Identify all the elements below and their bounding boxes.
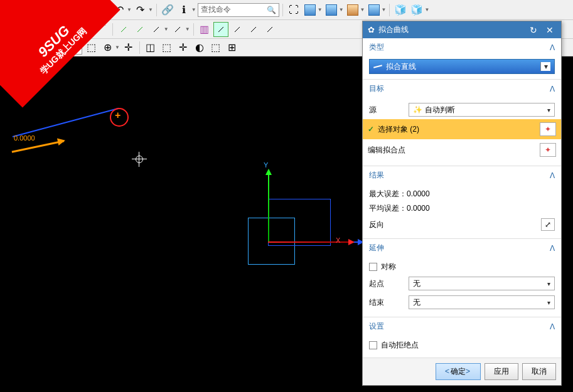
redo-button[interactable]: ↷ [133, 3, 148, 18]
section-header-extend[interactable]: 延伸 ᐱ [363, 239, 561, 257]
info-button[interactable]: ℹ [176, 3, 191, 18]
dropdown-arrow-icon[interactable]: ▼ [191, 7, 196, 13]
dropdown-arrow-icon[interactable]: ▼ [164, 26, 169, 32]
dropdown-arrow-icon[interactable]: ▼ [339, 7, 344, 13]
fit-curve-tool[interactable]: ⟋ [213, 22, 228, 37]
dropdown-arrow-icon: ▾ [540, 62, 550, 71]
section-header-target[interactable]: 目标 ᐱ [363, 80, 561, 98]
auto-reject-checkbox-row[interactable]: 自动拒绝点 [369, 338, 555, 352]
dimension-value: 0.0000 [14, 134, 35, 142]
sel-btn-4[interactable]: ◫ [143, 40, 158, 55]
crosshair-circle-icon [136, 156, 143, 163]
symmetric-checkbox-row[interactable]: 对称 [369, 260, 555, 274]
source-label: 源 [369, 105, 404, 115]
separator [282, 4, 283, 16]
command-search-input[interactable]: 查找命令 🔍 [198, 3, 279, 17]
ok-button[interactable]: <确定> [436, 363, 481, 380]
sel-btn-9[interactable]: ⊞ [225, 40, 240, 55]
max-error-row: 最大误差：0.0000 [369, 187, 555, 201]
sel-btn-2[interactable]: ⊕ [100, 40, 115, 55]
start-select[interactable]: 无 ▾ [409, 277, 555, 290]
section-label: 目标 [369, 83, 384, 94]
chevron-up-icon: ᐱ [550, 244, 555, 253]
dropdown-arrow-icon[interactable]: ▼ [360, 7, 365, 13]
end-value: 无 [413, 297, 420, 308]
assembly2-button[interactable]: 🧊 [409, 3, 424, 18]
curve-tool-1[interactable]: ⟋ [116, 22, 131, 37]
sel-btn-7[interactable]: ◐ [192, 40, 207, 55]
symmetric-label: 对称 [381, 262, 396, 272]
section-label: 类型 [369, 42, 384, 53]
dropdown-arrow-icon[interactable]: ▼ [318, 7, 323, 13]
sel-btn-5[interactable]: ⬚ [159, 40, 174, 55]
wand-icon: ✨ [413, 105, 422, 114]
target-picker-button[interactable]: ✦ [540, 143, 556, 157]
section-header-type[interactable]: 类型 ᐱ [363, 38, 561, 56]
analysis-tool-1[interactable]: ▥ [197, 22, 212, 37]
apply-button[interactable]: 应用 [485, 363, 518, 380]
curve-tool-4[interactable]: ⟋ [170, 22, 185, 37]
checkbox-icon[interactable] [369, 263, 377, 271]
start-label: 起点 [369, 278, 404, 289]
edit-fit-label: 编辑拟合点 [368, 145, 405, 156]
assembly-button[interactable]: 🧊 [393, 3, 408, 18]
curve-tool-3[interactable]: ⟋ [149, 22, 164, 37]
layer-button[interactable] [367, 3, 382, 18]
dropdown-arrow-icon[interactable]: ▼ [115, 45, 120, 50]
separator [112, 23, 113, 36]
dialog-titlebar[interactable]: ✿ 拟合曲线 ↻ ✕ [363, 21, 561, 38]
fit-type-select[interactable]: 拟合直线 ▾ [369, 59, 555, 74]
dropdown-arrow-icon[interactable]: ▼ [424, 7, 429, 13]
select-object-row[interactable]: ✓ 选择对象 (2) ✦ [363, 119, 561, 139]
view-cube3-button[interactable] [345, 3, 360, 18]
start-value: 无 [413, 278, 420, 289]
analysis-tool-4[interactable]: ⟋ [246, 22, 261, 37]
link-button[interactable]: 🔗 [160, 3, 175, 18]
separator [156, 4, 157, 16]
gear-icon: ✿ [368, 25, 375, 34]
analysis-tool-3[interactable]: ⟋ [230, 22, 245, 37]
separator [139, 41, 140, 54]
section-header-result[interactable]: 结果 ᐱ [363, 166, 561, 184]
edit-fit-points-row[interactable]: 编辑拟合点 ✦ [363, 139, 561, 161]
search-icon: 🔍 [267, 6, 276, 14]
section-extend: 延伸 ᐱ 对称 起点 无 ▾ 结束 无 ▾ [363, 239, 561, 317]
select-object-label: 选择对象 (2) [378, 124, 419, 135]
source-select[interactable]: ✨ 自动判断 ▾ [409, 103, 555, 117]
separator [193, 23, 194, 36]
analysis-tool-5[interactable]: ⟋ [262, 22, 277, 37]
view-cube2-button[interactable] [324, 3, 339, 18]
point-marker-icon: + [115, 110, 120, 121]
dialog-button-bar: <确定> 应用 取消 [363, 358, 561, 385]
avg-error-value: 0.0000 [407, 204, 430, 213]
wcs-y-axis [268, 171, 269, 243]
reverse-direction-button[interactable]: ⤢ [541, 218, 555, 231]
auto-reject-label: 自动拒绝点 [381, 340, 419, 351]
sel-btn-3[interactable]: ✛ [121, 40, 136, 55]
fit-view-button[interactable]: ⛶ [286, 3, 301, 18]
max-error-label: 最大误差： [369, 189, 407, 198]
dropdown-arrow-icon[interactable]: ▼ [127, 7, 132, 13]
avg-error-row: 平均误差：0.0000 [369, 201, 555, 216]
dropdown-arrow-icon[interactable]: ▼ [148, 7, 153, 13]
cancel-button[interactable]: 取消 [522, 363, 556, 380]
view-cube1-button[interactable] [303, 3, 318, 18]
axis-label-x: X [336, 236, 340, 244]
checkbox-icon[interactable] [369, 341, 377, 349]
close-button[interactable]: ✕ [544, 25, 556, 35]
section-label: 延伸 [369, 243, 384, 253]
max-error-value: 0.0000 [407, 189, 430, 198]
reset-button[interactable]: ↻ [527, 25, 540, 35]
fit-line-preview [13, 108, 119, 137]
sel-btn-8[interactable]: ⬚ [208, 40, 223, 55]
target-picker-button[interactable]: ✦ [540, 122, 556, 136]
avg-error-label: 平均误差： [369, 204, 407, 213]
section-header-settings[interactable]: 设置 ᐱ [363, 317, 561, 336]
end-select[interactable]: 无 ▾ [409, 295, 555, 309]
curve-tool-2[interactable]: ⟋ [132, 22, 147, 37]
dropdown-arrow-icon[interactable]: ▼ [185, 26, 190, 32]
sketch-rect-2 [268, 199, 331, 246]
sel-btn-6[interactable]: ✛ [176, 40, 191, 55]
chevron-up-icon: ᐱ [550, 171, 555, 180]
dropdown-arrow-icon[interactable]: ▼ [382, 7, 387, 13]
